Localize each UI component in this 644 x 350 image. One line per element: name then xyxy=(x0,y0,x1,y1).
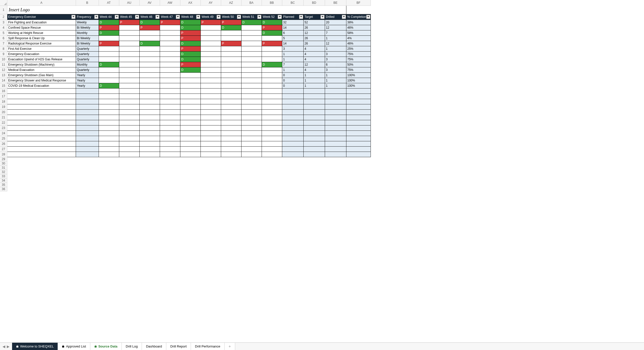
row-header[interactable]: 4 xyxy=(0,25,7,30)
cell[interactable] xyxy=(325,183,346,187)
pct-cell[interactable]: 4% xyxy=(346,35,371,41)
planned-cell[interactable]: 14 xyxy=(282,41,303,46)
drilled-cell[interactable]: 12 xyxy=(325,25,346,30)
cell[interactable] xyxy=(139,6,160,14)
week-status-cell[interactable] xyxy=(119,72,139,78)
cell[interactable] xyxy=(282,187,303,191)
week-status-cell[interactable] xyxy=(241,78,262,83)
cell[interactable] xyxy=(180,130,200,136)
cell[interactable] xyxy=(200,157,221,161)
week-status-cell[interactable] xyxy=(221,83,241,88)
cell[interactable] xyxy=(346,141,371,146)
cell[interactable] xyxy=(346,120,371,125)
cell[interactable] xyxy=(119,130,139,136)
week-status-cell[interactable]: D xyxy=(180,51,200,57)
pct-cell[interactable]: 25% xyxy=(346,46,371,51)
cell[interactable] xyxy=(200,130,221,136)
week-status-cell[interactable] xyxy=(200,41,221,46)
cell[interactable] xyxy=(119,99,139,104)
cell[interactable] xyxy=(7,146,76,152)
exercise-cell[interactable]: Emergency Shower and Medical Response xyxy=(7,78,76,83)
cell[interactable] xyxy=(76,104,99,109)
week-status-cell[interactable] xyxy=(160,78,180,83)
week-status-cell[interactable] xyxy=(262,78,282,83)
table-header-cell[interactable]: Emergency Exercise xyxy=(7,14,76,20)
add-sheet-button[interactable]: + xyxy=(225,343,235,350)
week-status-cell[interactable]: P xyxy=(200,20,221,25)
week-status-cell[interactable] xyxy=(241,72,262,78)
target-cell[interactable]: 4 xyxy=(303,67,325,72)
cell[interactable] xyxy=(200,174,221,178)
cell[interactable] xyxy=(282,115,303,120)
cell[interactable] xyxy=(139,174,160,178)
cell[interactable] xyxy=(282,157,303,161)
cell[interactable] xyxy=(241,109,262,115)
cell[interactable] xyxy=(221,152,241,157)
cell[interactable] xyxy=(262,157,282,161)
cell[interactable] xyxy=(200,152,221,157)
week-status-cell[interactable] xyxy=(160,46,180,51)
cell[interactable] xyxy=(262,161,282,165)
planned-cell[interactable]: 7 xyxy=(282,62,303,67)
week-status-cell[interactable]: D xyxy=(99,83,119,88)
cell[interactable] xyxy=(99,115,119,120)
cell[interactable] xyxy=(180,161,200,165)
target-cell[interactable]: 52 xyxy=(303,20,325,25)
row-header[interactable]: 20 xyxy=(0,109,7,115)
week-status-cell[interactable]: D xyxy=(221,25,241,30)
cell[interactable] xyxy=(262,174,282,178)
cell[interactable] xyxy=(200,94,221,99)
cell[interactable] xyxy=(262,104,282,109)
cell[interactable] xyxy=(303,187,325,191)
cell[interactable] xyxy=(241,94,262,99)
week-status-cell[interactable] xyxy=(221,51,241,57)
pct-cell[interactable]: 75% xyxy=(346,57,371,62)
pct-cell[interactable]: 75% xyxy=(346,51,371,57)
cell[interactable] xyxy=(180,178,200,183)
frequency-cell[interactable]: Bi Weekly xyxy=(76,41,99,46)
table-header-cell[interactable]: % Completion xyxy=(346,14,371,20)
cell[interactable] xyxy=(262,6,282,14)
cell[interactable] xyxy=(99,165,119,170)
row-header[interactable]: 3 xyxy=(0,20,7,25)
cell[interactable] xyxy=(282,104,303,109)
table-header-cell[interactable]: Target xyxy=(303,14,325,20)
cell[interactable] xyxy=(119,120,139,125)
target-cell[interactable]: 1 xyxy=(303,78,325,83)
pct-cell[interactable]: 75% xyxy=(346,67,371,72)
cell[interactable] xyxy=(221,170,241,174)
week-status-cell[interactable] xyxy=(200,30,221,35)
cell[interactable] xyxy=(180,94,200,99)
week-status-cell[interactable]: P xyxy=(262,41,282,46)
table-header-cell[interactable]: Week 52 xyxy=(262,14,282,20)
planned-cell[interactable]: 1 xyxy=(282,67,303,72)
cell[interactable] xyxy=(119,170,139,174)
sheet-tab[interactable]: Drill Log xyxy=(122,343,142,350)
week-status-cell[interactable] xyxy=(221,72,241,78)
cell[interactable] xyxy=(99,94,119,99)
week-status-cell[interactable] xyxy=(99,35,119,41)
exercise-cell[interactable]: Spill Response & Clean Up xyxy=(7,35,76,41)
cell[interactable] xyxy=(119,94,139,99)
cell[interactable] xyxy=(200,88,221,94)
row-header[interactable]: 35 xyxy=(0,183,7,187)
cell[interactable] xyxy=(282,146,303,152)
week-status-cell[interactable] xyxy=(241,25,262,30)
frequency-cell[interactable]: Weekly xyxy=(76,20,99,25)
cell[interactable] xyxy=(119,109,139,115)
row-header[interactable]: 22 xyxy=(0,120,7,125)
cell[interactable] xyxy=(325,109,346,115)
week-status-cell[interactable]: D xyxy=(139,41,160,46)
week-status-cell[interactable] xyxy=(200,72,221,78)
cell[interactable] xyxy=(241,88,262,94)
cell[interactable] xyxy=(180,109,200,115)
cell[interactable] xyxy=(200,141,221,146)
cell[interactable] xyxy=(160,146,180,152)
cell[interactable] xyxy=(99,152,119,157)
cell[interactable] xyxy=(180,115,200,120)
cell[interactable] xyxy=(221,130,241,136)
week-status-cell[interactable]: P xyxy=(180,30,200,35)
sheet-tab[interactable]: Approved List xyxy=(58,343,90,350)
cell[interactable] xyxy=(282,94,303,99)
cell[interactable] xyxy=(200,136,221,141)
